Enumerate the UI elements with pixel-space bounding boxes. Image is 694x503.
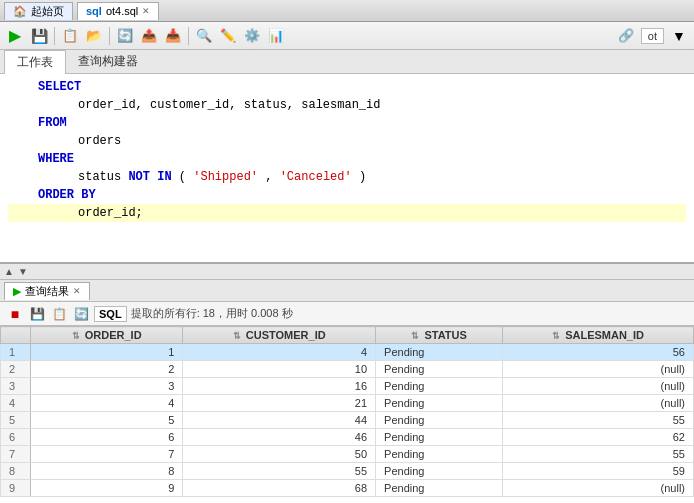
stop-icon: ■ (11, 306, 19, 322)
chart-button[interactable]: 📊 (265, 25, 287, 47)
cell-salesman_id: (null) (503, 378, 694, 395)
edit-icon: ✏️ (220, 28, 236, 43)
results-info: 提取的所有行: 18，用时 0.008 秒 (131, 306, 293, 321)
cell-customer_id: 4 (183, 344, 376, 361)
tab-home[interactable]: 🏠 起始页 (4, 2, 73, 20)
col-header-order-id[interactable]: ⇅ ORDER_ID (31, 327, 183, 344)
run-icon: ▶ (9, 26, 21, 45)
col-header-salesman-id-label: SALESMAN_ID (565, 329, 644, 341)
results-section: ▶ 查询结果 ✕ ■ 💾 📋 🔄 SQL 提取的所有行: 18，用时 0.008… (0, 280, 694, 503)
cell-order_id: 1 (31, 344, 183, 361)
new-button[interactable]: 📋 (59, 25, 81, 47)
cell-status: Pending (376, 361, 503, 378)
string-canceled: 'Canceled' (280, 170, 352, 184)
table-row[interactable]: 2210Pending(null) (1, 361, 694, 378)
sort-icon-status: ⇅ (411, 331, 419, 341)
col-header-salesman-id[interactable]: ⇅ SALESMAN_ID (503, 327, 694, 344)
cell-status: Pending (376, 412, 503, 429)
run-button[interactable]: ▶ (4, 25, 26, 47)
toolbar-separator-3 (188, 27, 189, 45)
cell-rownum: 8 (1, 463, 31, 480)
open-icon: 📂 (86, 28, 102, 43)
results-info-text: 提取的所有行: 18，用时 0.008 秒 (131, 307, 293, 319)
refresh-button[interactable]: 🔄 (114, 25, 136, 47)
tab-query-builder[interactable]: 查询构建器 (66, 50, 150, 73)
open-button[interactable]: 📂 (83, 25, 105, 47)
results-toolbar: ■ 💾 📋 🔄 SQL 提取的所有行: 18，用时 0.008 秒 (0, 302, 694, 326)
paren-close: ) (359, 170, 366, 184)
table-header-row: ⇅ ORDER_ID ⇅ CUSTOMER_ID ⇅ STATUS ⇅ (1, 327, 694, 344)
string-shipped: 'Shipped' (193, 170, 258, 184)
cell-customer_id: 50 (183, 446, 376, 463)
toolbar-separator-2 (109, 27, 110, 45)
scroll-up-btn[interactable]: ▲ (2, 266, 16, 277)
results-copy-btn[interactable]: 📋 (50, 305, 68, 323)
table-row[interactable]: 3316Pending(null) (1, 378, 694, 395)
dropdown-btn[interactable]: ▼ (668, 25, 690, 47)
cell-salesman_id: 56 (503, 344, 694, 361)
settings-button[interactable]: ⚙️ (241, 25, 263, 47)
line-content-7: ORDER BY (38, 186, 96, 204)
sort-icon-order-id: ⇅ (72, 331, 80, 341)
results-header: ▶ 查询结果 ✕ (0, 280, 694, 302)
tab-sql-close[interactable]: ✕ (142, 6, 150, 16)
col-header-customer-id[interactable]: ⇅ CUSTOMER_ID (183, 327, 376, 344)
results-stop-btn[interactable]: ■ (6, 305, 24, 323)
paren-open: ( (179, 170, 193, 184)
tab-sql[interactable]: sql ot4.sql ✕ (77, 2, 159, 20)
settings-icon: ⚙️ (244, 28, 260, 43)
results-tab[interactable]: ▶ 查询结果 ✕ (4, 282, 90, 300)
table-row[interactable]: 8855Pending59 (1, 463, 694, 480)
line-content-3: FROM (38, 114, 67, 132)
line-content-6: status NOT IN ( 'Shipped' , 'Canceled' ) (38, 168, 366, 186)
nav-tabs: 工作表 查询构建器 (0, 50, 694, 74)
cell-status: Pending (376, 446, 503, 463)
col-header-status-label: STATUS (424, 329, 466, 341)
table-row[interactable]: 7750Pending55 (1, 446, 694, 463)
table-row[interactable]: 6646Pending62 (1, 429, 694, 446)
editor-line-7: ORDER BY (8, 186, 686, 204)
cell-status: Pending (376, 463, 503, 480)
sql-editor[interactable]: SELECT order_id, customer_id, status, sa… (0, 74, 694, 264)
results-table: ⇅ ORDER_ID ⇅ CUSTOMER_ID ⇅ STATUS ⇅ (0, 326, 694, 497)
play-icon-small: ▶ (13, 285, 21, 298)
connection-label: ot (641, 28, 664, 44)
results-refresh-btn[interactable]: 🔄 (72, 305, 90, 323)
import-button[interactable]: 📥 (162, 25, 184, 47)
line-number-5 (8, 150, 38, 168)
table-row[interactable]: 114Pending56 (1, 344, 694, 361)
cell-salesman_id: (null) (503, 361, 694, 378)
results-save-btn[interactable]: 💾 (28, 305, 46, 323)
search-icon: 🔍 (196, 28, 212, 43)
cell-status: Pending (376, 344, 503, 361)
results-tab-close[interactable]: ✕ (73, 286, 81, 296)
table-row[interactable]: 4421Pending(null) (1, 395, 694, 412)
tab-home-label: 起始页 (31, 4, 64, 19)
search-button[interactable]: 🔍 (193, 25, 215, 47)
editor-line-2: order_id, customer_id, status, salesman_… (8, 96, 686, 114)
line-number-6 (8, 168, 38, 186)
col-header-order-id-label: ORDER_ID (85, 329, 142, 341)
sort-icon-customer-id: ⇅ (233, 331, 241, 341)
cell-customer_id: 55 (183, 463, 376, 480)
data-table-wrapper[interactable]: ⇅ ORDER_ID ⇅ CUSTOMER_ID ⇅ STATUS ⇅ (0, 326, 694, 503)
tab-worksheet[interactable]: 工作表 (4, 50, 66, 74)
scroll-down-btn[interactable]: ▼ (16, 266, 30, 277)
export-button[interactable]: 📤 (138, 25, 160, 47)
save-button[interactable]: 💾 (28, 25, 50, 47)
table-row[interactable]: 5544Pending55 (1, 412, 694, 429)
toolbar-separator-1 (54, 27, 55, 45)
cell-customer_id: 46 (183, 429, 376, 446)
table-row[interactable]: 9968Pending(null) (1, 480, 694, 497)
results-refresh-icon: 🔄 (74, 307, 89, 321)
line-content-8: order_id; (38, 204, 143, 222)
cell-status: Pending (376, 429, 503, 446)
edit-button[interactable]: ✏️ (217, 25, 239, 47)
cell-rownum: 9 (1, 480, 31, 497)
col-header-status[interactable]: ⇅ STATUS (376, 327, 503, 344)
editor-section: 工作表 查询构建器 SELECT order_id, customer_id, … (0, 50, 694, 280)
scroll-arrows: ▲ ▼ (0, 264, 694, 280)
sort-icon-salesman-id: ⇅ (552, 331, 560, 341)
cell-order_id: 3 (31, 378, 183, 395)
sql-label[interactable]: SQL (94, 306, 127, 322)
